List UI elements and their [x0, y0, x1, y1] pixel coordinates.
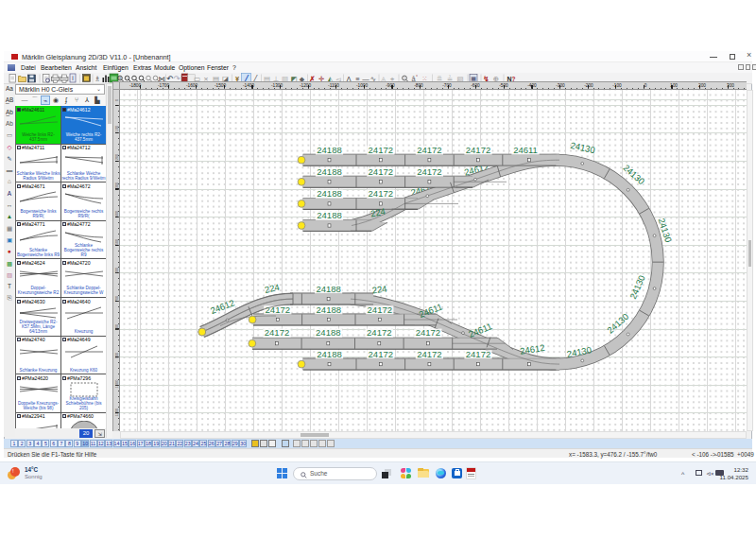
svg-text:224: 224: [371, 283, 387, 295]
svg-text:24172: 24172: [367, 327, 391, 338]
svg-text:24188: 24188: [317, 210, 341, 220]
svg-text:−: −: [404, 76, 406, 80]
svg-text:24172: 24172: [265, 327, 289, 338]
svg-text:24611: 24611: [513, 145, 538, 155]
svg-text:i: i: [72, 75, 73, 81]
svg-text:24188: 24188: [317, 304, 341, 315]
svg-text:224: 224: [264, 282, 281, 295]
svg-text:24172: 24172: [369, 166, 393, 177]
svg-text:24172: 24172: [417, 166, 441, 177]
svg-text:24172: 24172: [369, 145, 393, 155]
svg-text:24188: 24188: [317, 349, 341, 359]
svg-text:♗: ♗: [94, 75, 101, 83]
svg-text:24130: 24130: [627, 273, 647, 301]
svg-text:24188: 24188: [317, 166, 341, 177]
svg-text:24188: 24188: [316, 284, 340, 294]
svg-text:24172: 24172: [417, 145, 441, 155]
svg-text:°: °: [416, 74, 418, 79]
svg-text:24612: 24612: [519, 342, 545, 356]
svg-text:24172: 24172: [368, 304, 392, 315]
svg-text:+: +: [119, 76, 122, 80]
svg-text:24188: 24188: [317, 188, 341, 199]
svg-text:24172: 24172: [369, 188, 393, 199]
svg-text:24188: 24188: [317, 145, 341, 155]
svg-text:24172: 24172: [466, 349, 490, 359]
svg-text:24172: 24172: [369, 349, 393, 359]
svg-text:24130: 24130: [570, 140, 596, 155]
svg-text:24172: 24172: [417, 349, 441, 359]
svg-text:24188: 24188: [316, 327, 340, 338]
svg-text:24172: 24172: [466, 145, 490, 155]
svg-text:−: −: [126, 76, 129, 80]
svg-text:24172: 24172: [416, 327, 440, 338]
